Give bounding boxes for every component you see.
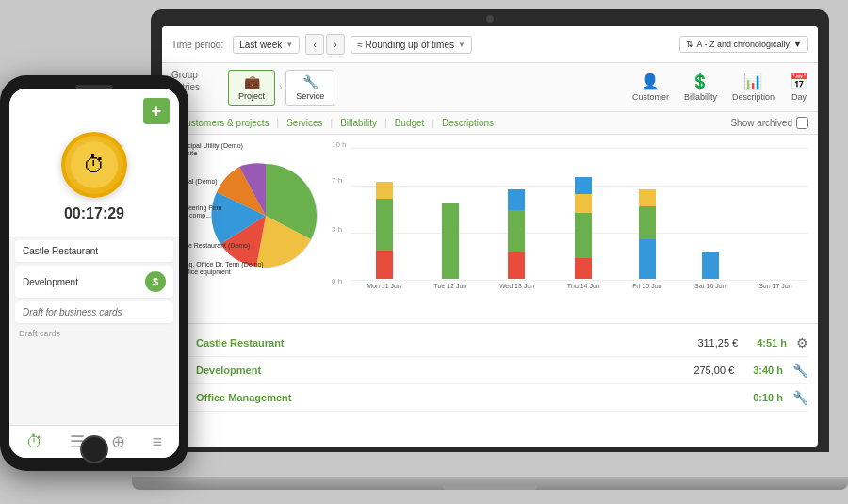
add-timer-button[interactable]: + <box>143 98 170 124</box>
castle-amount: 311,25 € <box>697 337 738 349</box>
office-time: 0:10 h <box>753 392 783 403</box>
bar-label-sun: Sun 17 Jun <box>758 283 791 289</box>
briefcase-icon: 💼 <box>244 74 260 89</box>
summary-row-office: 🔧 Office Management 0:10 h 🔧 <box>171 384 808 412</box>
bar-seg <box>575 213 592 258</box>
bar-sun: Sun 17 Jun <box>758 279 791 289</box>
bar-seg <box>508 252 525 279</box>
phone-body: + ⏱ 00:17:29 Castle Restaurant Developme… <box>0 75 188 471</box>
time-period-select[interactable]: Last week ▼ <box>233 36 300 54</box>
show-archived-label: Show archived <box>730 118 792 128</box>
billability-label: Billability <box>684 92 717 102</box>
phone-home-button[interactable] <box>80 435 108 463</box>
phone-speaker <box>75 85 113 89</box>
nav-timer[interactable]: ⏱ <box>26 431 43 452</box>
castle-restaurant-name[interactable]: Castle Restaurant <box>196 337 697 349</box>
chevron-down-icon-3: ▼ <box>793 40 802 49</box>
development-name[interactable]: Development <box>196 365 693 376</box>
customer-icon-btn[interactable]: 👤 Customer <box>632 73 669 102</box>
office-management-name[interactable]: Office Management <box>196 392 734 403</box>
bar-seg <box>508 189 525 210</box>
development-amount: 275,00 € <box>693 365 734 376</box>
group-by-service[interactable]: 🔧 Service <box>285 70 334 106</box>
arrow-icon: › <box>279 82 282 92</box>
billability-icon-btn[interactable]: 💲 Billability <box>684 73 717 102</box>
bar-label-thu: Thu 14 Jun <box>567 283 600 289</box>
bar-label-fri: Fri 15 Jun <box>632 283 661 289</box>
y-label-0: 0 h <box>332 277 342 285</box>
project-label: Project <box>238 91 265 101</box>
person-icon: 👤 <box>641 73 660 90</box>
summary-rows: 🧳 Castle Restaurant 311,25 € 4:51 h ⚙ 🔧 … <box>162 323 818 417</box>
castle-time: 4:51 h <box>757 337 787 349</box>
phone-top-area: + ⏱ 00:17:29 <box>9 89 179 236</box>
draft-cards-label: Draft cards <box>15 327 173 340</box>
day-icon-btn[interactable]: 📅 Day <box>790 73 808 102</box>
time-display: 00:17:29 <box>64 205 124 222</box>
bar-seg <box>376 251 393 279</box>
laptop-base <box>132 477 848 490</box>
tab-services[interactable]: Services <box>279 116 330 130</box>
time-period-value: Last week <box>239 40 282 50</box>
sort-icon: ⇅ <box>686 40 693 49</box>
settings-icon-3[interactable]: 🔧 <box>792 390 808 405</box>
bar-seg <box>376 182 393 199</box>
y-label-10: 10 h <box>332 140 347 149</box>
wrench-icon: 🔧 <box>302 74 318 89</box>
draft-item: Draft for business cards <box>23 307 166 317</box>
bar-label-sat: Sat 16 Jun <box>694 283 726 289</box>
description-label: Description <box>732 92 775 102</box>
bar-sat: Sat 16 Jun <box>694 252 726 289</box>
description-icon-btn[interactable]: 📊 Description <box>732 73 775 102</box>
group-by-project[interactable]: 💼 Project <box>228 70 275 106</box>
sort-label: A - Z and chronologically <box>697 40 791 49</box>
right-icons: 👤 Customer 💲 Billability 📊 Description <box>632 73 808 102</box>
list-item-draft[interactable]: Draft for business cards <box>15 301 173 323</box>
bar-seg <box>376 199 393 251</box>
dollar-badge: $ <box>145 271 166 292</box>
nav-add[interactable]: ⊕ <box>111 431 125 452</box>
nav-menu[interactable]: ≡ <box>152 431 162 452</box>
bar-mon: Mon 11 Jun <box>367 182 401 289</box>
timer-circle[interactable]: ⏱ <box>61 132 127 198</box>
bar-seg <box>639 189 656 206</box>
show-archived[interactable]: Show archived <box>730 117 808 129</box>
bar-seg <box>575 258 592 279</box>
tab-budget[interactable]: Budget <box>387 116 432 130</box>
chevron-down-icon-2: ▼ <box>458 41 465 49</box>
y-label-3: 3 h <box>332 225 342 234</box>
bar-label-wed: Wed 13 Jun <box>499 283 534 289</box>
tab-billability[interactable]: Billability <box>333 116 384 130</box>
settings-icon-2[interactable]: 🔧 <box>792 363 808 378</box>
pie-chart-container: Municipal Utility (Demo)Website Internal… <box>171 140 322 317</box>
group-icons: 💼 Project › 🔧 Service <box>228 70 632 106</box>
development-time: 3:40 h <box>753 365 783 376</box>
pie-labels: Municipal Utility (Demo)Website Internal… <box>171 140 322 317</box>
list-item-castle[interactable]: Castle Restaurant <box>15 240 173 262</box>
settings-icon-1[interactable]: ⚙ <box>796 335 808 350</box>
timer-icon: ⏱ <box>83 152 106 178</box>
next-btn[interactable]: › <box>326 34 345 55</box>
screen-content: Time period: Last week ▼ ‹ › ≈ Rounding … <box>162 26 818 447</box>
tab-descriptions[interactable]: Descriptions <box>434 116 501 130</box>
chevron-down-icon: ▼ <box>285 41 293 49</box>
bar-seg <box>639 206 656 239</box>
bars-container: Mon 11 Jun Tue 12 Jun <box>351 148 808 289</box>
list-item-development[interactable]: Development $ <box>15 266 173 298</box>
sort-select[interactable]: ⇅ A - Z and chronologically ▼ <box>679 36 808 53</box>
prev-btn[interactable]: ‹ <box>305 34 324 55</box>
bar-seg <box>639 239 656 279</box>
phone-screen: + ⏱ 00:17:29 Castle Restaurant Developme… <box>9 89 179 458</box>
nav-arrows: ‹ › <box>305 34 345 55</box>
group-by-row: Group entries by... 💼 Project › 🔧 Servic… <box>162 63 818 112</box>
bar-seg <box>575 177 592 194</box>
bar-seg <box>508 210 525 252</box>
timer-inner: ⏱ <box>71 141 118 188</box>
bar-seg <box>702 252 719 279</box>
rounding-select[interactable]: ≈ Rounding up of times ▼ <box>351 36 472 54</box>
phone-list: Castle Restaurant Development $ Draft fo… <box>9 236 179 425</box>
development-item: Development <box>23 277 145 287</box>
show-archived-checkbox[interactable] <box>796 117 808 129</box>
bar-label-mon: Mon 11 Jun <box>367 283 401 289</box>
bar-chart: 10 h 7 h 3 h 0 h <box>332 140 808 317</box>
